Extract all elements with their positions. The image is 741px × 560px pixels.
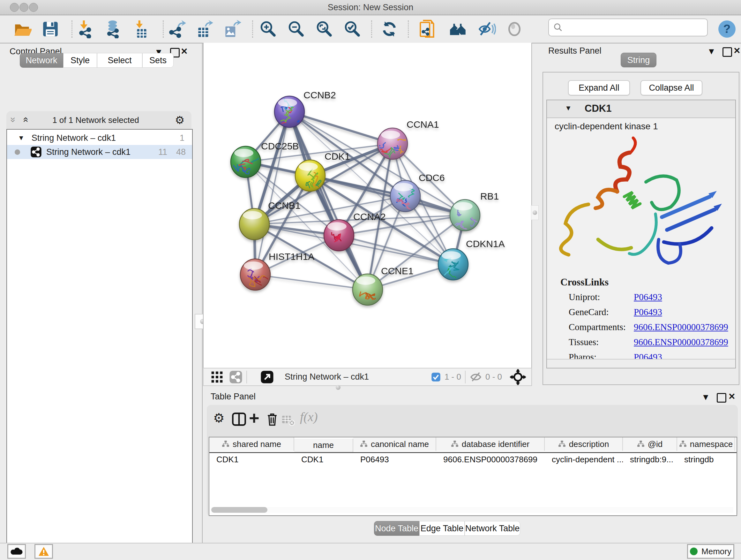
crosslink-link[interactable]: P06493 (634, 292, 662, 302)
zoom-in-button[interactable] (259, 19, 278, 39)
column-header-database-identifier[interactable]: database identifier (436, 437, 545, 451)
network-node-CDKN1A[interactable]: CDKN1A (438, 239, 505, 281)
selected-checkbox-icon[interactable] (431, 372, 441, 382)
table-cell[interactable]: CDK1 (209, 453, 294, 466)
network-options-gear-icon[interactable]: ⚙ (175, 114, 185, 126)
gene-collapse-icon[interactable]: ▼ (565, 104, 572, 112)
toolbar-separator (371, 20, 372, 38)
zoom-fit-button[interactable] (315, 19, 334, 39)
gene-card-header[interactable]: ▼ CDK1 (547, 100, 735, 118)
network-graph[interactable]: CCNB2CCNA1CDC25BCDK1CDC6RB1CCNB1CCNA2CDK… (204, 43, 530, 367)
show-hide-button[interactable] (477, 19, 496, 39)
table-cell[interactable]: stringdb (677, 453, 735, 466)
import-table-button[interactable] (132, 19, 151, 39)
warning-button[interactable] (35, 544, 53, 559)
crosslink-link[interactable]: 9606.ENSP00000378699 (634, 337, 728, 347)
table-panel-close-icon[interactable]: ✕ (728, 392, 736, 401)
collapse-all-button[interactable]: Collapse All (641, 80, 702, 96)
open-in-window-icon[interactable] (260, 370, 274, 384)
import-network-file-button[interactable] (77, 19, 96, 39)
tab-network-table[interactable]: Network Table (465, 521, 520, 536)
help-button[interactable]: ? (718, 19, 737, 39)
network-edge[interactable] (255, 274, 367, 290)
open-session-button[interactable] (13, 19, 32, 39)
eye-button[interactable] (505, 19, 524, 39)
network-edge[interactable] (289, 112, 367, 290)
table-row[interactable]: CDK1CDK1P064939606.ENSP00000378699cyclin… (209, 453, 737, 467)
cloud-button[interactable] (7, 544, 26, 559)
results-panel-close-icon[interactable]: ✕ (733, 46, 741, 56)
table-cell[interactable]: cyclin-dependent ... (545, 453, 623, 466)
column-header-label: description (569, 439, 609, 449)
network-edge[interactable] (255, 112, 289, 274)
column-header-label: namespace (690, 439, 733, 449)
crosslink-link[interactable]: 9606.ENSP00000378699 (634, 322, 728, 332)
scrollbar-thumb[interactable] (211, 507, 267, 513)
table-settings-gear-icon[interactable]: ⚙ (213, 411, 225, 425)
add-column-icon[interactable]: + (249, 408, 259, 428)
network-collection-count: 1 (180, 133, 185, 143)
network-view[interactable]: CCNB2CCNA1CDC25BCDK1CDC6RB1CCNB1CCNA2CDK… (203, 43, 532, 368)
search-field[interactable] (548, 18, 708, 37)
node-label: CCNB2 (304, 90, 336, 100)
memory-button[interactable]: Memory (687, 544, 734, 559)
column-header-description[interactable]: description (545, 437, 623, 451)
import-network-database-button[interactable] (104, 19, 123, 39)
search-input[interactable] (566, 23, 701, 33)
tab-select[interactable]: Select (97, 53, 142, 68)
crosslink-link[interactable]: P06493 (634, 307, 662, 317)
table-cell[interactable]: P06493 (353, 453, 436, 466)
export-image-button[interactable] (222, 19, 242, 39)
fit-content-icon[interactable] (510, 369, 526, 385)
table-rows: CDK1CDK1P064939606.ENSP00000378699cyclin… (209, 453, 737, 467)
network-birdseye-icon[interactable] (229, 370, 243, 384)
zoom-out-button[interactable] (286, 19, 306, 39)
export-table-button[interactable] (195, 19, 214, 39)
node-table[interactable]: shared namenamecanonical namedatabase id… (209, 437, 737, 516)
tab-sets[interactable]: Sets (142, 53, 174, 68)
tab-style[interactable]: Style (63, 53, 97, 68)
expand-all-button[interactable]: Expand All (568, 80, 630, 96)
table-panel-menu-icon[interactable]: ▼ (701, 392, 710, 402)
table-horizontal-scrollbar[interactable] (211, 507, 733, 513)
tab-network[interactable]: Network (20, 53, 63, 68)
column-header-shared-name[interactable]: shared name (209, 437, 294, 451)
node-label: CCNE1 (381, 266, 414, 276)
status-separator (465, 371, 466, 383)
delete-column-trash-icon[interactable] (265, 412, 280, 427)
table-cell[interactable]: CDK1 (294, 453, 353, 466)
network-node-CCNA1[interactable]: CCNA1 (377, 119, 439, 161)
table-cell[interactable]: stringdb:9... (623, 453, 677, 466)
export-network-button[interactable] (167, 19, 186, 39)
zoom-in-icon (259, 20, 277, 38)
collapse-triangle-icon[interactable]: ▼ (18, 134, 24, 142)
network-edge[interactable] (289, 112, 393, 144)
hidden-eye-icon[interactable] (469, 371, 482, 383)
results-panel-float-icon[interactable] (723, 47, 732, 57)
column-source-icon (451, 440, 459, 448)
table-panel-float-icon[interactable] (717, 393, 726, 402)
grid-view-icon[interactable] (211, 371, 223, 383)
table-cell[interactable]: 9606.ENSP00000378699 (436, 453, 545, 466)
control-panel-close-icon[interactable]: ✕ (181, 47, 188, 56)
save-session-button[interactable] (41, 19, 60, 39)
home-button[interactable] (448, 19, 468, 39)
network-collection-row[interactable]: ▼ String Network – cdk1 1 (7, 131, 192, 145)
right-splitter-handle[interactable] (531, 205, 539, 220)
node-label: CDC25B (261, 141, 299, 151)
column-header-@id[interactable]: @id (623, 437, 677, 451)
tab-node-table[interactable]: Node Table (374, 521, 419, 536)
column-header-canonical-name[interactable]: canonical name (353, 437, 436, 451)
refresh-button[interactable] (380, 19, 399, 39)
share-document-button[interactable] (418, 19, 437, 39)
column-header-name[interactable]: name (294, 439, 353, 452)
results-panel-menu-icon[interactable]: ▼ (707, 47, 716, 56)
table-columns-icon[interactable] (232, 412, 246, 427)
tab-edge-table[interactable]: Edge Table (419, 521, 465, 536)
network-row[interactable]: String Network – cdk1 11 48 (7, 145, 192, 159)
tab-string[interactable]: String (621, 53, 657, 67)
zoom-selected-button[interactable] (343, 19, 362, 39)
network-node-RB1[interactable]: RB1 (450, 191, 499, 231)
column-header-namespace[interactable]: namespace (677, 437, 735, 451)
network-node-HIST1H1A[interactable]: HIST1H1A (240, 251, 314, 290)
